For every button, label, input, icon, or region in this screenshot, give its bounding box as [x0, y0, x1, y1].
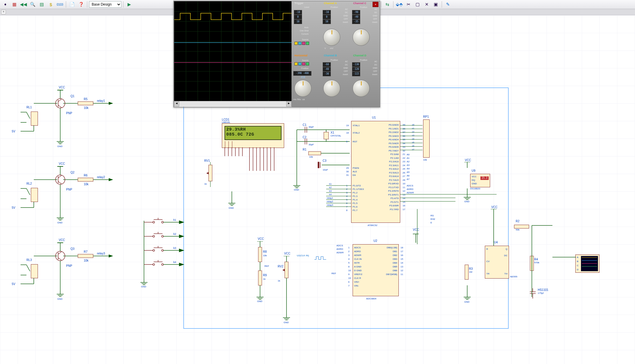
relay-coil: [31, 264, 38, 278]
push-button-k4[interactable]: k4: [144, 260, 185, 269]
lbl-auto: Auto: [291, 26, 309, 29]
osc-cluster: C1 30pF C2 30pF X1 CRYSTAL R1 10k C3 10u…: [291, 118, 353, 191]
oscilloscope-instrument[interactable]: A B C D: [575, 255, 599, 273]
svg-rect-155: [258, 271, 262, 285]
scope-display: [174, 1, 292, 102]
net-k4: k4: [329, 193, 331, 196]
net-adwr: ADWR: [336, 251, 344, 254]
r9-ref: R9: [263, 274, 267, 277]
gnd-label: GND: [464, 200, 470, 203]
scope-hscroll[interactable]: ◄ ►: [174, 101, 291, 107]
gnd-label: GND: [464, 301, 470, 303]
oscilloscope-window[interactable]: ◄ ► Trigger Channel A Channel C Horizont…: [173, 1, 380, 107]
knob-cha[interactable]: [323, 29, 340, 46]
design-variant-combo[interactable]: Base Design: [89, 1, 121, 8]
u4-part: NE555: [510, 275, 517, 278]
toolbar-back-icon[interactable]: ◀◀: [19, 1, 28, 8]
lbl-dc: DC: [330, 63, 348, 66]
svg-point-69: [153, 221, 155, 223]
cha-num1[interactable]: -10: [323, 10, 331, 15]
lbl-inv: Invert: [330, 73, 348, 76]
trig-num3[interactable]: 10: [294, 19, 302, 24]
ic-respack[interactable]: [423, 119, 430, 158]
schematic-canvas[interactable]: {"y":[230,490,750]}: [0, 15, 635, 364]
ic-ds18b20[interactable]: VCC DQ GND 25.3: [470, 174, 490, 187]
svg-marker-118: [206, 172, 209, 174]
svg-marker-81: [179, 235, 184, 238]
relay-ref: RL2: [26, 182, 32, 185]
svg-rect-156: [285, 262, 288, 278]
hs1101-val: 175pf: [538, 292, 544, 294]
toolbar-measure-icon[interactable]: 0103: [56, 1, 64, 8]
pot-rv2[interactable]: VCC RV2 1k GND: [278, 256, 295, 326]
ic-ne555[interactable]: U4 NE555 R Q DC CV TR TH: [485, 246, 509, 279]
rv1-ref: RV1: [204, 159, 210, 162]
pnp-label: PNP: [66, 188, 72, 191]
trig-num1[interactable]: -10: [294, 10, 302, 15]
toolbar-page-icon[interactable]: ▢: [413, 1, 422, 8]
lbl-gnd: GND: [330, 14, 348, 17]
gnd-label: GND: [57, 145, 63, 148]
relay-block-1: VCC Q1 R5 10k relay1 RL1 PNP 5V GND: [9, 83, 118, 150]
rv2-val: 1k: [278, 279, 280, 282]
toolbar-chip-icon[interactable]: ▦: [10, 1, 19, 8]
lcd-module[interactable]: 29.3%RH 085.0C 72G: [222, 123, 284, 148]
chd-num1[interactable]: -130: [352, 62, 360, 67]
net-rw: R/W: [430, 218, 435, 220]
chd-num2[interactable]: -120: [352, 67, 360, 72]
adc-part: ADC0804: [366, 297, 376, 300]
svg-rect-173: [530, 256, 534, 271]
toolbar-mirror-icon[interactable]: ⬙⬘: [395, 1, 403, 8]
horiz-pos[interactable]: -390 -400 -410: [293, 71, 311, 76]
r8-ref: R8: [263, 250, 267, 253]
toolbar-notes-icon[interactable]: 📄: [68, 1, 76, 8]
toolbar-edit-icon[interactable]: ✎: [444, 1, 452, 8]
toolbar-netlist-icon[interactable]: ⇆: [383, 1, 391, 8]
chb-num2[interactable]: -40: [323, 67, 331, 72]
chc-num2[interactable]: -40: [352, 15, 360, 19]
toolbar-zoom-icon[interactable]: 🔍: [29, 1, 37, 8]
hdr-chb: Channel B: [324, 54, 337, 57]
knob-horiz[interactable]: [294, 80, 311, 97]
scope-ch-d: D: [577, 268, 579, 271]
chc-num1[interactable]: -90: [352, 10, 360, 15]
cha-num3[interactable]: 10: [323, 19, 331, 24]
toolbar-dollar-icon[interactable]: $: [47, 1, 55, 8]
push-button-k2[interactable]: k2: [144, 232, 185, 241]
cha-num2[interactable]: 0: [323, 15, 331, 19]
svg-line-39: [58, 175, 62, 178]
ic-adc[interactable]: U2 ADC0804 1ADCS2ADRD3ADWR4CLK IN5INTR8A…: [353, 244, 399, 296]
r4-val: 570k: [534, 261, 539, 264]
toolbar-run-icon[interactable]: ▶: [125, 1, 133, 8]
svg-marker-157: [282, 269, 285, 271]
lbl-ac: AC: [330, 60, 348, 63]
vcc-label: VCC: [59, 162, 65, 165]
toolbar-report-icon[interactable]: ▤: [38, 1, 46, 8]
c3-val: 10uF: [323, 168, 328, 171]
trig-num2[interactable]: 0: [294, 15, 302, 19]
net-k2: k2: [329, 186, 331, 189]
relay-block-2: VCC Q2 R6 10k relay2 RL2 PNP 5V GND: [9, 159, 118, 227]
chd-num3[interactable]: -115: [352, 72, 360, 76]
scope-close-icon[interactable]: ×: [373, 2, 378, 7]
lbl-pos: Position: [291, 67, 309, 70]
knob-chb[interactable]: [323, 80, 340, 97]
svg-point-77: [162, 235, 163, 237]
toolbar-del-icon[interactable]: ✕: [423, 1, 431, 8]
push-button-k3[interactable]: k3: [144, 246, 185, 255]
chb-num3[interactable]: -30: [323, 72, 331, 76]
push-button-k1[interactable]: k1: [144, 218, 185, 227]
lbl-dc: DC: [360, 63, 377, 66]
chb-num1[interactable]: -60: [323, 62, 331, 67]
knob-chd[interactable]: [353, 80, 370, 97]
chc-num3[interactable]: -35: [352, 19, 360, 24]
probe-u2clk: U2(CLK IN): [297, 254, 309, 257]
toolbar-group-icon[interactable]: ▣: [432, 1, 440, 8]
knob-chc[interactable]: [353, 29, 370, 46]
toolbar-cut-icon[interactable]: ✂: [404, 1, 413, 8]
toolbar-diode-icon[interactable]: ➧: [1, 1, 9, 8]
lcd-part: LM016L: [222, 121, 230, 124]
tab-close-icon[interactable]: ×: [1, 10, 6, 14]
toolbar-help-icon[interactable]: ❓: [77, 1, 85, 8]
vcc-label: VCC: [284, 252, 290, 255]
